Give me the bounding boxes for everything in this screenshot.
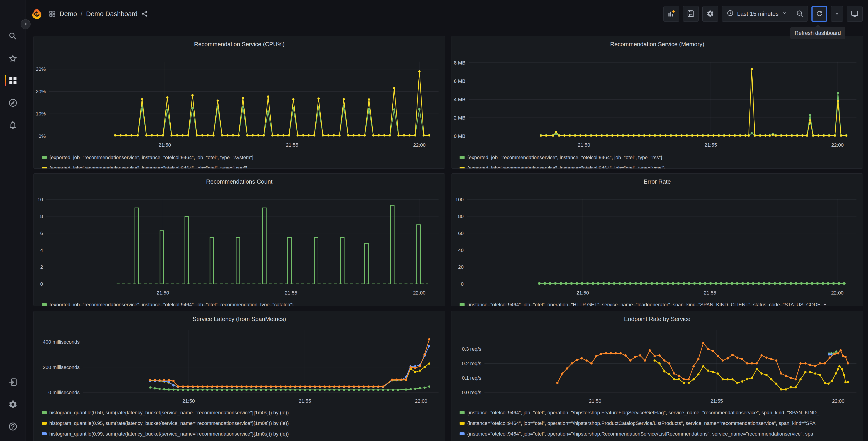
svg-text:22:00: 22:00 <box>831 290 843 296</box>
legend-color-swatch <box>460 156 465 159</box>
legend-color-swatch <box>42 303 46 306</box>
add-panel-icon <box>668 10 675 18</box>
search-icon <box>8 31 18 41</box>
refresh-icon <box>815 10 823 18</box>
panel-chart[interactable]: 0%10%20%30%21:5021:5522:00 <box>33 36 445 169</box>
refresh-dashboard-button[interactable] <box>811 6 827 22</box>
dashboard-settings-icon <box>707 10 714 18</box>
legend-label: histogram_quantile(0.99, sum(rate(latenc… <box>49 431 289 437</box>
panel-chart[interactable]: 024681021:5021:5522:00 <box>33 174 445 306</box>
sidebar-item-settings-gear[interactable] <box>3 399 22 409</box>
clock-icon <box>726 9 734 18</box>
svg-text:21:55: 21:55 <box>286 142 298 148</box>
zoom-out-time-button[interactable] <box>792 6 808 22</box>
breadcrumb-page-title[interactable]: Demo Dashboard <box>86 10 137 18</box>
sidebar-item-sign-in[interactable] <box>3 377 22 387</box>
grafana-app: Demo / Demo Dashboard <box>0 0 868 441</box>
legend-item[interactable]: histogram_quantile(0.50, sum(rate(latenc… <box>42 407 289 418</box>
legend-item[interactable]: {instance="otelcol:9464", job="otel", op… <box>460 429 813 439</box>
add-panel-button[interactable] <box>663 6 679 22</box>
legend-color-swatch <box>42 422 46 425</box>
legend-label: {instance="otelcol:9464", job="otel", op… <box>467 420 815 426</box>
refresh-interval-dropdown[interactable] <box>831 6 843 22</box>
legend-item[interactable]: {instance="otelcol:9464", job="otel", op… <box>460 418 815 429</box>
svg-text:22:00: 22:00 <box>831 142 843 148</box>
legend-item[interactable]: histogram_quantile(0.999, sum(rate(laten… <box>42 439 291 441</box>
dashboard-panel: Service Latency (from SpanMetrics) 0 mil… <box>33 311 445 441</box>
legend-label: {exported_job="recommendationservice", i… <box>49 155 254 160</box>
star-icon <box>8 54 18 63</box>
alerting-bell-icon <box>8 120 18 130</box>
legend-color-swatch <box>460 422 465 425</box>
save-dashboard-icon <box>687 10 695 18</box>
zoom-out-icon <box>796 10 804 18</box>
svg-text:21:50: 21:50 <box>159 142 171 148</box>
svg-text:21:50: 21:50 <box>157 290 169 296</box>
dashboard-settings-button[interactable] <box>702 6 718 22</box>
time-range-picker[interactable]: Last 15 minutes <box>722 6 792 22</box>
sidebar-item-search[interactable] <box>3 31 22 41</box>
legend-item[interactable]: {exported_job="recommendationservice", i… <box>460 152 662 163</box>
svg-text:20: 20 <box>458 264 464 270</box>
svg-text:21:55: 21:55 <box>704 142 717 148</box>
dashboard-panel: Recommendation Service (Memory) 0 MB2 MB… <box>451 36 863 169</box>
legend-item[interactable]: histogram_quantile(0.95, sum(rate(latenc… <box>42 418 289 429</box>
legend-item[interactable]: {exported_job="recommendationservice", i… <box>42 163 248 169</box>
legend-color-swatch <box>42 432 46 435</box>
svg-text:30%: 30% <box>36 66 46 72</box>
share-dashboard-icon[interactable] <box>141 10 148 17</box>
dashboard-panel: Endpoint Rate by Service 0.0 req/s0.1 re… <box>451 311 863 441</box>
grafana-logo[interactable] <box>30 6 44 21</box>
sign-in-icon <box>8 377 18 387</box>
sidebar-item-explore-compass[interactable] <box>3 98 22 108</box>
legend-item[interactable]: {instance="otelcol:9464", job="otel", op… <box>460 407 819 418</box>
svg-text:21:55: 21:55 <box>285 290 297 296</box>
panel-chart[interactable]: 02040608010021:5021:5522:00 <box>452 174 863 306</box>
legend-item[interactable]: histogram_quantile(0.99, sum(rate(latenc… <box>42 429 289 439</box>
sidebar-item-dashboards[interactable] <box>3 76 22 86</box>
sidebar-item-help[interactable] <box>3 421 22 432</box>
tooltip-text: Refresh dashboard <box>795 30 841 36</box>
svg-text:10: 10 <box>37 197 43 202</box>
help-icon <box>8 422 18 431</box>
time-range-label: Last 15 minutes <box>737 10 779 18</box>
save-dashboard-button[interactable] <box>683 6 699 22</box>
legend-item[interactable]: {instance="otelcol:9464", job="otel", op… <box>460 299 827 306</box>
panel-chart[interactable]: 0 MB2 MB4 MB6 MB8 MB21:5021:5522:00 <box>452 36 863 169</box>
tooltip-refresh-dashboard: Refresh dashboard <box>790 27 845 39</box>
legend-item[interactable]: {exported_job="recommendationservice", i… <box>42 299 294 306</box>
dashboard-panel: Recommendations Count 024681021:5021:552… <box>33 173 445 306</box>
breadcrumb-separator: / <box>81 10 82 18</box>
svg-text:0.0 req/s: 0.0 req/s <box>462 390 481 395</box>
svg-text:6: 6 <box>40 231 43 236</box>
svg-text:0 milliseconds: 0 milliseconds <box>49 390 80 395</box>
legend-item[interactable]: {instance="otelcol:9464", job="otel", op… <box>460 439 823 441</box>
sidebar-expand-button[interactable] <box>21 19 31 29</box>
svg-text:4: 4 <box>40 247 43 253</box>
svg-text:8 MB: 8 MB <box>454 60 465 66</box>
legend-color-swatch <box>460 303 465 306</box>
legend-color-swatch <box>42 156 46 159</box>
breadcrumb: Demo / Demo Dashboard <box>49 10 148 18</box>
sidebar-item-alerting-bell[interactable] <box>3 120 22 130</box>
svg-text:4 MB: 4 MB <box>454 97 465 102</box>
legend-item[interactable]: {exported_job="recommendationservice", i… <box>460 163 665 169</box>
cycle-view-mode-button[interactable] <box>847 6 863 22</box>
svg-text:0.1 req/s: 0.1 req/s <box>462 375 481 381</box>
chevron-right-icon <box>23 22 28 27</box>
svg-text:0%: 0% <box>38 133 46 139</box>
svg-text:21:55: 21:55 <box>704 290 716 296</box>
settings-gear-icon <box>8 400 18 409</box>
svg-text:0: 0 <box>40 281 43 287</box>
chevron-down-icon <box>782 10 787 18</box>
breadcrumb-section[interactable]: Demo <box>60 10 77 18</box>
dashboard-panel: Recommendation Service (CPU%) 0%10%20%30… <box>33 36 445 169</box>
tv-monitor-icon <box>851 10 859 18</box>
legend-label: histogram_quantile(0.50, sum(rate(latenc… <box>49 410 289 416</box>
svg-text:10%: 10% <box>36 111 46 117</box>
svg-text:20%: 20% <box>36 89 46 94</box>
sidebar-item-star[interactable] <box>3 53 22 63</box>
legend-item[interactable]: {exported_job="recommendationservice", i… <box>42 152 254 163</box>
svg-text:21:50: 21:50 <box>182 398 195 404</box>
svg-text:0.3 req/s: 0.3 req/s <box>462 346 481 352</box>
